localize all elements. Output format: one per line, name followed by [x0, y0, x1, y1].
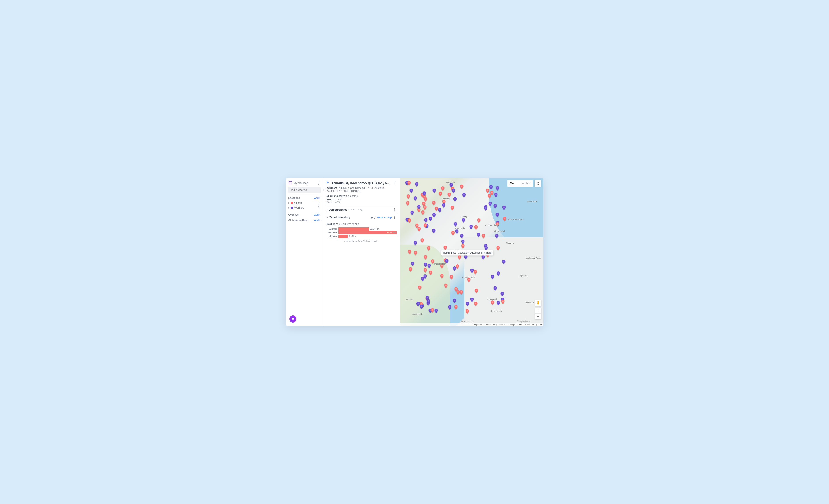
client-pin[interactable] [418, 286, 421, 290]
section-menu-button[interactable] [393, 216, 397, 219]
worker-pin[interactable] [464, 255, 467, 259]
worker-pin[interactable] [462, 193, 466, 197]
client-pin[interactable] [431, 308, 434, 313]
report-error-link[interactable]: Report a map error [525, 323, 542, 326]
zoom-out-button[interactable]: − [535, 314, 541, 319]
sidebar-menu-button[interactable] [317, 182, 321, 185]
worker-pin[interactable] [494, 204, 497, 209]
client-pin[interactable] [443, 246, 447, 250]
client-pin[interactable] [440, 264, 443, 268]
worker-pin[interactable] [432, 213, 435, 217]
show-on-map-label[interactable]: Show on map [377, 216, 392, 219]
worker-pin[interactable] [466, 302, 469, 306]
client-pin[interactable] [449, 275, 453, 279]
layer-menu-button[interactable] [317, 207, 321, 209]
worker-pin[interactable] [445, 259, 448, 263]
client-pin[interactable] [503, 217, 506, 221]
zoom-in-button[interactable]: + [535, 308, 541, 314]
client-pin[interactable] [482, 234, 485, 238]
worker-pin[interactable] [454, 222, 457, 226]
worker-pin[interactable] [496, 186, 499, 190]
client-pin[interactable] [458, 255, 461, 259]
worker-pin[interactable] [484, 246, 488, 250]
worker-pin[interactable] [453, 266, 456, 271]
client-pin[interactable] [466, 309, 469, 314]
client-pin[interactable] [496, 246, 500, 250]
worker-pin[interactable] [460, 234, 464, 238]
layer-workers[interactable]: Workers [288, 205, 321, 210]
client-pin[interactable] [448, 192, 451, 197]
client-pin[interactable] [424, 268, 427, 273]
client-pin[interactable] [488, 194, 491, 198]
worker-pin[interactable] [423, 191, 426, 196]
client-pin[interactable] [415, 224, 419, 228]
worker-pin[interactable] [491, 275, 494, 279]
worker-pin[interactable] [470, 225, 473, 229]
worker-pin[interactable] [484, 206, 488, 211]
worker-pin[interactable] [415, 182, 419, 187]
worker-pin[interactable] [453, 299, 456, 303]
worker-pin[interactable] [429, 217, 432, 221]
pegman-button[interactable] [535, 300, 541, 306]
client-pin[interactable] [467, 278, 470, 282]
worker-pin[interactable] [494, 193, 498, 197]
worker-pin[interactable] [410, 211, 414, 215]
client-pin[interactable] [407, 181, 411, 185]
worker-pin[interactable] [489, 185, 493, 189]
worker-pin[interactable] [435, 309, 438, 313]
client-pin[interactable] [409, 267, 412, 272]
client-pin[interactable] [422, 202, 425, 206]
worker-pin[interactable] [470, 268, 474, 273]
worker-pin[interactable] [418, 205, 421, 209]
worker-pin[interactable] [411, 262, 414, 266]
worker-pin[interactable] [448, 305, 451, 310]
client-pin[interactable] [461, 244, 464, 248]
client-pin[interactable] [456, 290, 460, 295]
worker-pin[interactable] [409, 188, 413, 193]
client-pin[interactable] [473, 270, 477, 274]
client-pin[interactable] [451, 206, 454, 210]
worker-pin[interactable] [420, 304, 423, 309]
travel-boundary-section[interactable]: Travel boundary Show on map [326, 214, 397, 221]
worker-pin[interactable] [432, 229, 435, 233]
client-pin[interactable] [421, 210, 425, 215]
worker-pin[interactable] [413, 196, 417, 201]
worker-pin[interactable] [503, 206, 506, 210]
client-pin[interactable] [474, 225, 477, 230]
client-pin[interactable] [460, 290, 463, 295]
client-pin[interactable] [432, 201, 435, 205]
client-pin[interactable] [491, 300, 494, 305]
search-input[interactable] [290, 188, 323, 192]
client-pin[interactable] [456, 264, 459, 269]
worker-pin[interactable] [424, 263, 427, 267]
client-pin[interactable] [435, 207, 438, 211]
chat-button[interactable] [289, 316, 296, 323]
client-pin[interactable] [454, 305, 457, 310]
client-pin[interactable] [414, 251, 417, 255]
worker-pin[interactable] [495, 213, 499, 217]
worker-pin[interactable] [489, 202, 492, 206]
worker-pin[interactable] [417, 302, 420, 306]
worker-pin[interactable] [477, 233, 480, 237]
worker-pin[interactable] [426, 296, 429, 300]
worker-pin[interactable] [449, 183, 453, 187]
client-pin[interactable] [431, 259, 434, 264]
worker-pin[interactable] [502, 260, 506, 264]
search-box[interactable] [288, 187, 321, 193]
worker-pin[interactable] [424, 218, 428, 223]
worker-pin[interactable] [421, 277, 425, 281]
worker-pin[interactable] [495, 234, 498, 238]
add-location-button[interactable]: Add+ [314, 196, 320, 199]
worker-pin[interactable] [442, 203, 445, 208]
tooltip-close-button[interactable]: × [491, 250, 493, 253]
client-pin[interactable] [408, 250, 411, 254]
client-pin[interactable] [501, 299, 505, 304]
layer-menu-button[interactable] [317, 202, 321, 205]
back-button[interactable] [326, 181, 330, 185]
map-area[interactable]: StrathpineBrendaleMud IslandAspleyFisher… [400, 178, 543, 326]
worker-pin[interactable] [461, 240, 464, 244]
client-pin[interactable] [477, 218, 480, 223]
client-pin[interactable] [486, 188, 490, 193]
worker-pin[interactable] [453, 197, 457, 202]
map-tab[interactable]: Map [507, 180, 518, 187]
